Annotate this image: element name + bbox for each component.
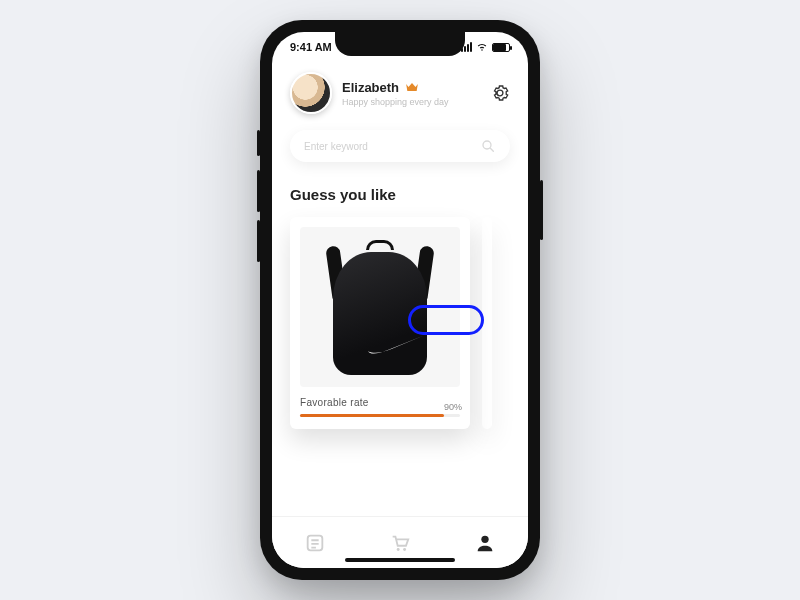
settings-button[interactable]	[490, 83, 510, 103]
favorable-value: 90%	[444, 402, 462, 412]
search-bar[interactable]	[290, 130, 510, 162]
crown-icon	[405, 81, 419, 93]
user-subtitle: Happy shopping every day	[342, 97, 480, 107]
tab-cart[interactable]	[389, 532, 411, 554]
user-meta: Elizabeth Happy shopping every day	[342, 80, 480, 107]
nike-swoosh-icon	[365, 331, 425, 357]
phone-frame: 9:41 AM Elizabeth	[260, 20, 540, 580]
status-indicators	[461, 40, 510, 54]
favorable-rate: Favorable rate 90%	[300, 397, 460, 417]
search-input[interactable]	[304, 141, 472, 152]
profile-header: Elizabeth Happy shopping every day	[290, 72, 510, 114]
price-pill[interactable]	[408, 305, 484, 335]
status-time: 9:41 AM	[290, 41, 332, 53]
svg-point-6	[397, 547, 400, 550]
screen: 9:41 AM Elizabeth	[272, 32, 528, 568]
volume-up	[257, 170, 260, 212]
product-card[interactable]: Favorable rate 90%	[290, 217, 470, 429]
power-button	[540, 180, 543, 240]
svg-point-0	[483, 141, 491, 149]
section-title: Guess you like	[290, 186, 510, 203]
wifi-icon	[476, 40, 488, 54]
battery-icon	[492, 43, 510, 52]
mute-switch	[257, 130, 260, 156]
product-image	[300, 227, 460, 387]
home-indicator[interactable]	[345, 558, 455, 562]
app-content: Elizabeth Happy shopping every day	[272, 32, 528, 568]
volume-down	[257, 220, 260, 262]
product-carousel[interactable]: Favorable rate 90%	[290, 217, 510, 429]
tab-profile[interactable]	[474, 532, 496, 554]
favorable-bar: 90%	[300, 414, 460, 417]
favorable-fill	[300, 414, 444, 417]
favorable-label: Favorable rate	[300, 397, 460, 408]
svg-point-7	[403, 547, 406, 550]
notch	[335, 32, 465, 56]
user-name: Elizabeth	[342, 80, 399, 95]
svg-point-8	[482, 535, 489, 542]
tab-feed[interactable]	[304, 532, 326, 554]
search-icon[interactable]	[480, 138, 496, 154]
avatar[interactable]	[290, 72, 332, 114]
svg-line-1	[490, 148, 493, 151]
